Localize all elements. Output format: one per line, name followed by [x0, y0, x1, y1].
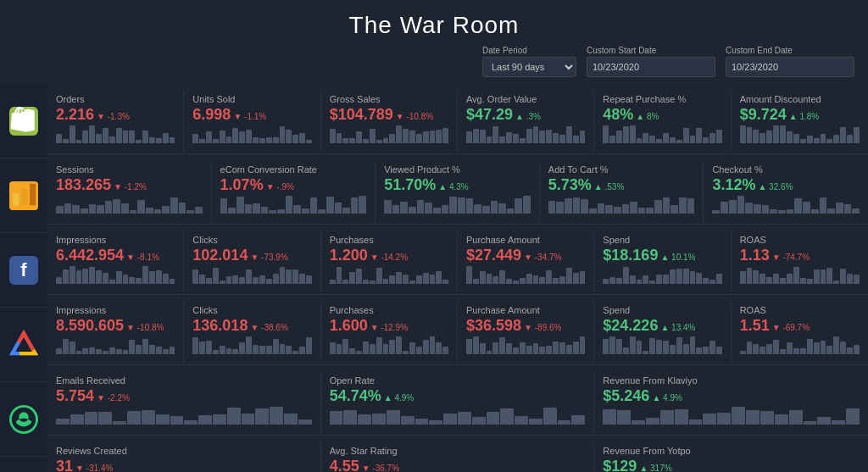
metric-value-row: $27.449 ▼ -34.7%: [466, 247, 585, 265]
sparkline: [740, 265, 860, 284]
metric-change: ▼ -10.8%: [126, 323, 164, 332]
sparkline: [56, 125, 175, 143]
metric-value-row: $5.246 ▲ 4.9%: [603, 387, 860, 406]
power-row: Sessions183.265 ▼ -1.2%eCom Conversion R…: [47, 154, 868, 225]
metrics-area: Orders2.216 ▼ -1.3%Units Sold6.998 ▼ -1.…: [47, 84, 868, 472]
metric-value: 31: [56, 458, 73, 472]
metric-label: Units Sold: [192, 94, 311, 104]
metric-label: Impressions: [56, 235, 175, 245]
metric-cell-yotpo-1: Avg. Star Rating4.55 ▼ -36.7%: [321, 442, 595, 472]
metric-label: Impressions: [56, 305, 175, 315]
metric-value-row: $36.598 ▼ -89.6%: [466, 317, 585, 336]
metric-change: ▲ .53%: [594, 182, 624, 192]
shopify-icon-cell: [0, 84, 47, 158]
metric-change: ▼ -69.7%: [772, 323, 810, 332]
metric-value: 6.998: [192, 106, 231, 125]
metric-value-row: 136.018 ▼ -38.6%: [192, 317, 311, 336]
side-icons: f YOTPO.: [0, 84, 47, 472]
custom-end-input[interactable]: [726, 57, 854, 77]
sparkline: [192, 125, 311, 143]
metric-cell-shopify-4: Repeat Purchase %48% ▲ 8%: [594, 91, 731, 152]
sparkline: [330, 125, 448, 143]
power-icon: [9, 181, 38, 210]
metric-cell-facebook-2: Purchases1.200 ▼ -14.2%: [321, 231, 458, 292]
metric-change: ▲ 10.1%: [660, 253, 695, 262]
metric-label: Purchase Amount: [466, 235, 585, 245]
metric-value-row: 2.216 ▼ -1.3%: [56, 106, 175, 125]
klaviyo-icon-cell: [0, 382, 47, 457]
custom-end-group: Custom End Date: [726, 46, 854, 77]
metric-change: ▼ -1.1%: [233, 112, 266, 121]
metric-cell-shopify-5: Amount Discounted$9.724 ▲ 1.8%: [732, 91, 868, 152]
metric-cell-power-4: Checkout %3.12% ▲ 32.6%: [704, 161, 868, 222]
google-ads-icon: [9, 330, 38, 359]
metric-value: 1.600: [330, 317, 368, 336]
google-icon-cell: [0, 308, 47, 382]
sparkline: [466, 336, 585, 354]
metric-label: Spend: [603, 235, 721, 245]
sparkline: [192, 336, 311, 354]
metric-value-row: 31 ▼ -31.4%: [56, 458, 312, 472]
metric-value: 4.55: [330, 458, 359, 472]
metric-cell-google-4: Spend$24.226 ▲ 13.4%: [594, 302, 731, 363]
metric-label: Purchases: [330, 305, 448, 315]
metric-cell-klaviyo-1: Open Rate54.74% ▲ 4.9%: [321, 372, 595, 433]
date-period-label: Date Period: [482, 46, 576, 55]
sparkline: [56, 195, 203, 214]
sparkline: [466, 125, 585, 143]
svg-rect-1: [21, 188, 27, 205]
metric-change: ▲ 32.6%: [758, 182, 793, 192]
metric-cell-power-1: eCom Conversion Rate1.07% ▼ -.9%: [212, 161, 376, 222]
metric-cell-google-0: Impressions8.590.605 ▼ -10.8%: [47, 302, 184, 363]
metric-label: Checkout %: [712, 164, 860, 175]
metric-change: ▲ 4.3%: [438, 182, 468, 192]
metric-cell-klaviyo-0: Emails Received5.754 ▼ -2.2%: [47, 372, 321, 433]
metric-change: ▼ -34.7%: [524, 253, 561, 262]
sparkline: [603, 265, 721, 284]
svg-rect-0: [13, 193, 19, 205]
metric-cell-yotpo-2: Revenue From Yotpo$129 ▲ 317%: [594, 442, 868, 472]
klaviyo-icon: [9, 405, 38, 434]
metric-cell-shopify-0: Orders2.216 ▼ -1.3%: [47, 91, 184, 152]
main-grid: f YOTPO. Orders2.216 ▼ -1.3%Units Sold6.…: [0, 84, 868, 472]
metric-value-row: 6.998 ▼ -1.1%: [192, 106, 311, 125]
metric-label: Amount Discounted: [740, 94, 860, 104]
metric-value: $27.449: [466, 247, 521, 265]
metric-label: ROAS: [740, 305, 860, 315]
metric-cell-google-3: Purchase Amount$36.598 ▼ -89.6%: [458, 302, 594, 363]
metric-cell-yotpo-0: Reviews Created31 ▼ -31.4%: [47, 442, 321, 472]
metric-label: Purchases: [330, 235, 448, 245]
metric-value: 1.13: [740, 247, 770, 265]
metric-change: ▼ -36.7%: [362, 464, 399, 472]
metric-value: $104.789: [330, 106, 393, 125]
custom-start-group: Custom Start Date: [587, 46, 715, 77]
metric-value-row: 183.265 ▼ -1.2%: [56, 176, 203, 195]
metric-change: ▼ -73.9%: [250, 253, 287, 262]
metric-value-row: 1.600 ▼ -12.9%: [330, 317, 448, 336]
metric-change: ▼ -12.9%: [370, 323, 408, 332]
date-period-select[interactable]: Last 90 days Last 30 days Last 7 days Cu…: [482, 57, 576, 77]
klaviyo-row: Emails Received5.754 ▼ -2.2%Open Rate54.…: [47, 365, 868, 436]
metric-value: 3.12%: [712, 176, 755, 195]
metric-value: 8.590.605: [56, 317, 124, 336]
metric-change: ▼ -31.4%: [75, 464, 113, 472]
metric-value-row: 8.590.605 ▼ -10.8%: [56, 317, 175, 336]
metric-change: ▲ 4.9%: [652, 393, 682, 403]
custom-end-label: Custom End Date: [726, 46, 854, 55]
metric-value-row: 6.442.954 ▼ -8.1%: [56, 247, 175, 265]
facebook-icon: f: [9, 256, 38, 285]
metric-label: Avg. Star Rating: [330, 446, 586, 456]
metric-change: ▼ -74.7%: [772, 253, 810, 262]
sparkline: [384, 195, 531, 214]
metric-value-row: 51.70% ▲ 4.3%: [384, 176, 531, 195]
metric-change: ▲ 317%: [639, 464, 671, 472]
metric-value: 54.74%: [330, 387, 381, 406]
metric-value: 2.216: [56, 106, 94, 125]
metric-value-row: 1.07% ▼ -.9%: [220, 176, 367, 195]
metric-value-row: 54.74% ▲ 4.9%: [330, 387, 586, 406]
metric-value: 102.014: [192, 247, 248, 265]
metric-label: Add To Cart %: [548, 164, 695, 175]
metric-cell-facebook-4: Spend$18.169 ▲ 10.1%: [594, 231, 731, 292]
metric-cell-facebook-0: Impressions6.442.954 ▼ -8.1%: [47, 231, 184, 292]
custom-start-input[interactable]: [587, 57, 715, 77]
